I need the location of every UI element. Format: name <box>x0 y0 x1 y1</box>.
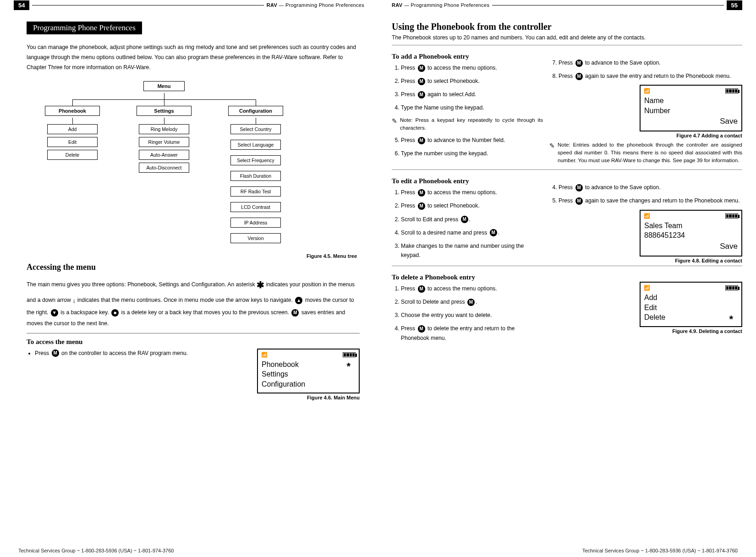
step: Scroll to Delete and press M. <box>401 297 543 306</box>
step: Press M to select Phonebook. <box>401 76 543 86</box>
lcd-line: Sales Team <box>644 221 738 231</box>
lcd-save: Save <box>644 116 738 127</box>
add-entry-section: To add a Phonebook entry Press M to acce… <box>392 45 742 168</box>
lcd-main-menu: 📶 Phonebook * Settings Configuration <box>257 349 360 394</box>
figure-caption: Figure 4.8. Editing a contact <box>549 258 742 263</box>
tree-item: IP Address <box>230 218 281 228</box>
m-button-icon: M <box>575 73 583 80</box>
m-button-icon: M <box>575 184 583 191</box>
access-step: Press M on the controller to access the … <box>35 349 249 358</box>
step: Press M to advance to the Save option. <box>559 183 742 192</box>
tree-root: Menu <box>143 81 185 91</box>
header-rule <box>492 5 723 5</box>
nav-right-icon: ▲ <box>295 297 302 304</box>
lcd-line: 8886451234 <box>644 230 738 240</box>
battery-icon <box>725 285 738 290</box>
note-icon: ✎ <box>392 116 397 131</box>
tree-phonebook: Phonebook <box>45 106 100 116</box>
page-number: 55 <box>727 0 742 10</box>
tree-configuration: Configuration <box>228 106 283 116</box>
tree-item: Auto-Answer <box>139 150 189 160</box>
step: Type the Name using the keypad. <box>401 103 543 112</box>
battery-icon <box>343 352 356 357</box>
figure-caption: Figure 4.5. Menu tree <box>27 253 357 259</box>
step: Type the number using the keypad. <box>401 149 543 158</box>
heading-using-phonebook: Using the Phonebook from the controller <box>392 22 742 32</box>
section-title: Programming Phone Preferences <box>27 22 142 34</box>
page-number: 54 <box>14 0 29 10</box>
lcd-line: Delete <box>644 313 665 321</box>
delete-back-icon: ■ <box>111 309 119 317</box>
m-button-icon: M <box>418 91 425 98</box>
tree-item: Select Country <box>230 124 281 134</box>
lcd-save: Save <box>644 241 738 252</box>
battery-icon <box>725 213 738 218</box>
divider <box>27 333 360 333</box>
m-button-icon: M <box>575 197 583 205</box>
step: Scroll to Edit and press M. <box>401 215 543 224</box>
note: ✎ Note: Entries added to the phonebook t… <box>549 141 742 164</box>
step: Choose the entry you want to delete. <box>401 311 543 320</box>
signal-icon: 📶 <box>261 352 268 358</box>
figure-caption: Figure 4.6. Main Menu <box>257 395 360 400</box>
step: Press M again to save the entry and retu… <box>559 71 742 81</box>
lcd-line: Settings <box>262 369 355 379</box>
header-rule <box>32 5 263 5</box>
tree-item: RF Radio Test <box>230 186 281 197</box>
step: Press M to access the menu options. <box>401 284 543 293</box>
asterisk-icon: ✱ <box>257 280 264 290</box>
m-button-icon: M <box>418 65 425 72</box>
lcd-edit-contact: 📶 Sales Team 8886451234 Save <box>640 210 742 257</box>
page-footer: Technical Services Group ~ 1-800-283-593… <box>582 548 738 553</box>
tree-item: Flash Duration <box>230 171 281 181</box>
m-button-icon: M <box>418 78 425 85</box>
figure-caption: Figure 4.9. Deleting a contact <box>549 328 742 334</box>
m-button-icon: M <box>52 349 59 357</box>
lcd-line: Number <box>644 106 738 116</box>
tree-item: Ring Melody <box>139 124 189 134</box>
lcd-line: Edit <box>644 303 738 313</box>
backspace-icon: ▼ <box>51 309 58 317</box>
m-button-icon: M <box>575 60 583 67</box>
tree-item: Select Frequency <box>230 155 281 165</box>
header-title: RAV — Programming Phone Preferences <box>267 2 364 8</box>
battery-icon <box>725 88 738 93</box>
step: Press M to delete the entry and return t… <box>401 324 543 342</box>
step: Press M again to save the changes and re… <box>559 196 742 205</box>
signal-icon: 📶 <box>644 285 650 291</box>
lcd-add-contact: 📶 Name Number Save <box>640 85 742 131</box>
lcd-line: Add <box>644 293 738 303</box>
tree-item: Auto-Disconnect <box>139 163 189 173</box>
heading-delete-entry: To delete a Phonebook entry <box>392 273 543 281</box>
edit-entry-section: To edit a Phonebook entry Press M to acc… <box>392 169 742 264</box>
step: Make changes to the name and number usin… <box>401 241 543 260</box>
lcd-delete-contact: 📶 Add Edit Delete * <box>640 282 742 327</box>
step: Press M to advance to the Save option. <box>559 58 742 67</box>
note-icon: ✎ <box>549 141 555 164</box>
heading-accessing-menu: Accessing the menu <box>27 262 360 272</box>
accessing-paragraph: The main menu gives you three options: P… <box>27 276 360 329</box>
asterisk-icon: * <box>729 312 733 326</box>
step: Scroll to a desired name and press M. <box>401 228 543 237</box>
m-button-icon: M <box>418 285 425 293</box>
m-button-icon: M <box>490 229 497 236</box>
lcd-line: Phonebook <box>262 360 299 368</box>
intro-paragraph: You can manage the phonebook, adjust pho… <box>27 43 360 73</box>
m-button-icon: M <box>291 309 299 317</box>
m-button-icon: M <box>467 299 475 306</box>
tree-item: Ringer Volume <box>139 137 189 147</box>
tree-item: Delete <box>47 150 98 160</box>
signal-icon: 📶 <box>644 213 650 219</box>
signal-icon: 📶 <box>644 88 650 94</box>
asterisk-icon: * <box>346 360 351 373</box>
page-header-right: RAV — Programming Phone Preferences 55 <box>392 0 742 10</box>
m-button-icon: M <box>418 202 425 210</box>
delete-entry-section: To delete a Phonebook entry Press M to a… <box>392 266 742 347</box>
figure-caption: Figure 4.7 Adding a contact <box>549 133 742 138</box>
step: Press M to select Phonebook. <box>401 201 543 210</box>
m-button-icon: M <box>418 189 425 197</box>
m-button-icon: M <box>418 137 425 144</box>
tree-settings: Settings <box>137 106 192 116</box>
heading-edit-entry: To edit a Phonebook entry <box>392 177 543 185</box>
page-footer: Technical Services Group ~ 1-800-283-593… <box>18 548 174 553</box>
